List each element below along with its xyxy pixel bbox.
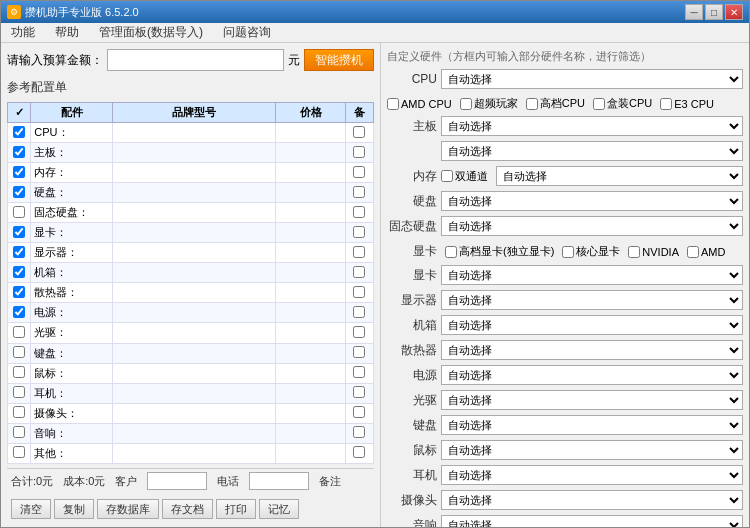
row-price-input[interactable] (279, 327, 342, 339)
mb-select-2[interactable]: 自动选择 (441, 141, 743, 161)
customer-input[interactable] (147, 472, 207, 490)
row-brand-input[interactable] (116, 247, 272, 259)
cb-boxed-cpu[interactable]: 盒装CPU (593, 96, 652, 111)
row-note-checkbox[interactable] (353, 246, 365, 258)
row-checkbox[interactable] (13, 186, 25, 198)
overclock-checkbox[interactable] (460, 98, 472, 110)
row-price-input[interactable] (279, 207, 342, 219)
row-note-checkbox[interactable] (353, 206, 365, 218)
monitor-select[interactable]: 自动选择 (441, 290, 743, 310)
cb-highend-gpu[interactable]: 高档显卡(独立显卡) (445, 244, 554, 259)
mb-select-1[interactable]: 自动选择 (441, 116, 743, 136)
cb-dual-channel[interactable]: 双通道 (441, 169, 488, 184)
row-price-input[interactable] (279, 247, 342, 259)
row-brand-input[interactable] (116, 147, 272, 159)
save-db-button[interactable]: 存数据库 (97, 499, 159, 519)
row-note-checkbox[interactable] (353, 406, 365, 418)
row-note-checkbox[interactable] (353, 126, 365, 138)
nvidia-checkbox[interactable] (628, 246, 640, 258)
row-note-checkbox[interactable] (353, 366, 365, 378)
row-price-input[interactable] (279, 127, 342, 139)
amd-gpu-checkbox[interactable] (687, 246, 699, 258)
cooler-select[interactable]: 自动选择 (441, 340, 743, 360)
row-brand-input[interactable] (116, 447, 272, 459)
row-price-input[interactable] (279, 447, 342, 459)
row-checkbox[interactable] (13, 286, 25, 298)
row-brand-input[interactable] (116, 347, 272, 359)
e3-cpu-checkbox[interactable] (660, 98, 672, 110)
row-checkbox[interactable] (13, 366, 25, 378)
row-checkbox[interactable] (13, 326, 25, 338)
row-brand-input[interactable] (116, 227, 272, 239)
row-note-checkbox[interactable] (353, 266, 365, 278)
row-note-checkbox[interactable] (353, 326, 365, 338)
row-note-checkbox[interactable] (353, 386, 365, 398)
row-brand-input[interactable] (116, 267, 272, 279)
cb-igpu[interactable]: 核心显卡 (562, 244, 620, 259)
row-checkbox[interactable] (13, 206, 25, 218)
cb-amd-gpu[interactable]: AMD (687, 246, 725, 258)
row-note-checkbox[interactable] (353, 446, 365, 458)
budget-input[interactable] (107, 49, 284, 71)
clear-button[interactable]: 清空 (11, 499, 51, 519)
row-checkbox[interactable] (13, 306, 25, 318)
row-price-input[interactable] (279, 167, 342, 179)
smart-build-button[interactable]: 智能攒机 (304, 49, 374, 71)
row-checkbox[interactable] (13, 246, 25, 258)
row-price-input[interactable] (279, 367, 342, 379)
phone-input[interactable] (249, 472, 309, 490)
psu-select[interactable]: 自动选择 (441, 365, 743, 385)
mouse-select[interactable]: 自动选择 (441, 440, 743, 460)
row-brand-input[interactable] (116, 327, 272, 339)
row-price-input[interactable] (279, 307, 342, 319)
ssd-select[interactable]: 自动选择 (441, 216, 743, 236)
row-note-checkbox[interactable] (353, 226, 365, 238)
cb-highend-cpu[interactable]: 高档CPU (526, 96, 585, 111)
boxed-cpu-checkbox[interactable] (593, 98, 605, 110)
row-brand-input[interactable] (116, 407, 272, 419)
cb-overclock[interactable]: 超频玩家 (460, 96, 518, 111)
row-brand-input[interactable] (116, 307, 272, 319)
row-brand-input[interactable] (116, 207, 272, 219)
speaker-select[interactable]: 自动选择 (441, 515, 743, 527)
menu-item-function[interactable]: 功能 (5, 23, 41, 42)
camera-select[interactable]: 自动选择 (441, 490, 743, 510)
row-checkbox[interactable] (13, 406, 25, 418)
row-price-input[interactable] (279, 427, 342, 439)
case-select[interactable]: 自动选择 (441, 315, 743, 335)
row-price-input[interactable] (279, 267, 342, 279)
row-brand-input[interactable] (116, 367, 272, 379)
minimize-button[interactable]: ─ (685, 4, 703, 20)
gpu-select[interactable]: 自动选择 (441, 265, 743, 285)
cb-nvidia[interactable]: NVIDIA (628, 246, 679, 258)
row-checkbox[interactable] (13, 166, 25, 178)
row-brand-input[interactable] (116, 187, 272, 199)
menu-item-consult[interactable]: 问题咨询 (217, 23, 277, 42)
row-checkbox[interactable] (13, 146, 25, 158)
row-brand-input[interactable] (116, 167, 272, 179)
row-price-input[interactable] (279, 347, 342, 359)
memory-button[interactable]: 记忆 (259, 499, 299, 519)
row-checkbox[interactable] (13, 266, 25, 278)
row-checkbox[interactable] (13, 426, 25, 438)
print-button[interactable]: 打印 (216, 499, 256, 519)
row-note-checkbox[interactable] (353, 166, 365, 178)
menu-item-admin[interactable]: 管理面板(数据导入) (93, 23, 209, 42)
keyboard-select[interactable]: 自动选择 (441, 415, 743, 435)
copy-button[interactable]: 复制 (54, 499, 94, 519)
row-brand-input[interactable] (116, 427, 272, 439)
row-price-input[interactable] (279, 227, 342, 239)
headphone-select[interactable]: 自动选择 (441, 465, 743, 485)
row-price-input[interactable] (279, 407, 342, 419)
row-checkbox[interactable] (13, 126, 25, 138)
row-price-input[interactable] (279, 287, 342, 299)
row-note-checkbox[interactable] (353, 346, 365, 358)
menu-item-help[interactable]: 帮助 (49, 23, 85, 42)
row-price-input[interactable] (279, 387, 342, 399)
row-note-checkbox[interactable] (353, 306, 365, 318)
row-checkbox[interactable] (13, 386, 25, 398)
hdd-select[interactable]: 自动选择 (441, 191, 743, 211)
igpu-checkbox[interactable] (562, 246, 574, 258)
row-checkbox[interactable] (13, 226, 25, 238)
row-price-input[interactable] (279, 147, 342, 159)
